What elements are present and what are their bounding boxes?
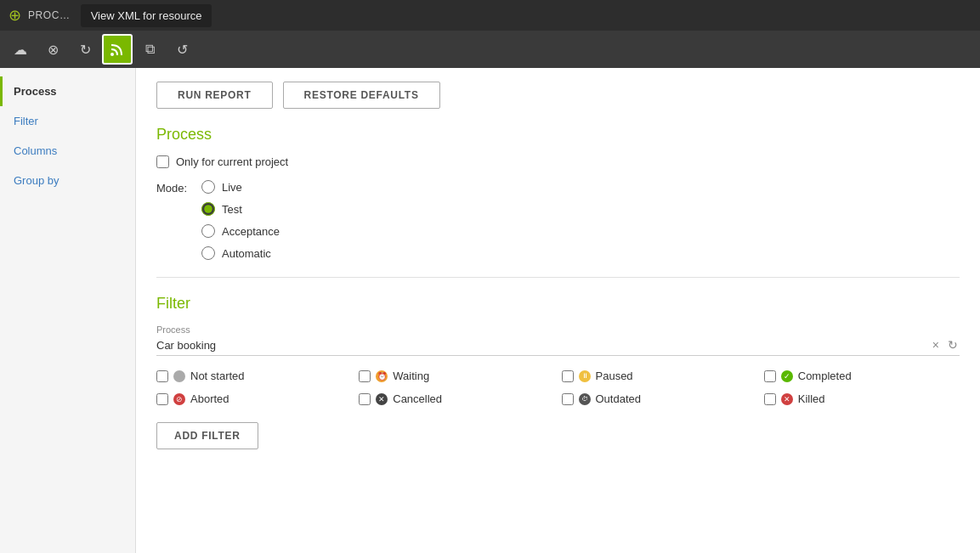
mode-options: Live Test Acceptance Automatic	[201, 180, 280, 260]
restore-defaults-button[interactable]: RESTORE DEFAULTS	[283, 82, 440, 109]
mode-label: Mode:	[156, 180, 195, 195]
sidebar-item-filter-label: Filter	[14, 115, 38, 127]
mode-row: Mode: Live Test Acceptance	[156, 180, 960, 260]
status-aborted-checkbox[interactable]	[156, 393, 168, 405]
only-current-project-row: Only for current project	[156, 155, 960, 168]
toolbar: RUN REPORT RESTORE DEFAULTS	[156, 82, 960, 109]
app-container: ⊕ PROC… View XML for resource ☁ ⊗ ↻ ⧉ ↺ …	[0, 0, 980, 553]
mode-acceptance[interactable]: Acceptance	[201, 224, 280, 238]
status-waiting-checkbox[interactable]	[359, 370, 371, 382]
refresh-filter-button[interactable]: ↻	[946, 338, 960, 352]
only-current-project-checkbox[interactable]	[156, 155, 169, 168]
status-killed[interactable]: ✕ Killed	[764, 392, 960, 405]
svg-point-0	[110, 53, 114, 56]
status-grid: Not started ⏰ Waiting ⏸ Paused ✓	[156, 370, 960, 405]
mode-acceptance-radio[interactable]	[201, 224, 215, 238]
mode-live-radio[interactable]	[201, 180, 215, 194]
mode-automatic-label: Automatic	[222, 247, 271, 260]
outdated-dot: ⏱	[579, 393, 591, 405]
process-filter-input[interactable]	[156, 339, 931, 352]
process-filter-input-row: × ↻	[156, 338, 960, 356]
sidebar-item-columns[interactable]: Columns	[0, 136, 135, 166]
mode-test-radio[interactable]	[201, 202, 215, 216]
status-not-started[interactable]: Not started	[156, 370, 352, 382]
status-waiting[interactable]: ⏰ Waiting	[359, 370, 554, 382]
proc-label: PROC…	[28, 9, 71, 21]
sidebar-item-process-label: Process	[14, 85, 57, 98]
status-not-started-checkbox[interactable]	[156, 370, 168, 382]
cloud-icon-btn[interactable]: ☁	[5, 34, 36, 65]
process-section-title: Process	[156, 126, 960, 144]
sidebar-item-process[interactable]: Process	[0, 76, 135, 106]
field-actions: × ↻	[931, 338, 960, 352]
status-paused-checkbox[interactable]	[562, 370, 574, 382]
killed-dot: ✕	[781, 393, 793, 405]
process-filter-field: Process × ↻	[156, 324, 960, 356]
status-outdated-label: Outdated	[596, 392, 642, 405]
not-started-dot	[173, 370, 185, 382]
rss-icon-btn[interactable]	[102, 34, 133, 65]
mode-test-label: Test	[222, 203, 242, 216]
status-completed[interactable]: ✓ Completed	[764, 370, 960, 382]
status-cancelled-checkbox[interactable]	[359, 393, 371, 405]
top-bar: ⊕ PROC… View XML for resource	[0, 0, 980, 31]
aborted-dot: ⊘	[173, 393, 185, 405]
status-outdated-checkbox[interactable]	[562, 393, 574, 405]
close-icon-btn[interactable]: ⊗	[37, 34, 68, 65]
mode-automatic[interactable]: Automatic	[201, 246, 280, 260]
sidebar-item-columns-label: Columns	[14, 144, 57, 157]
run-report-button[interactable]: RUN REPORT	[156, 82, 273, 109]
status-not-started-label: Not started	[190, 370, 245, 382]
filter-section: Filter Process × ↻	[156, 295, 960, 449]
main-layout: Process Filter Columns Group by RUN REPO…	[0, 68, 980, 553]
sidebar-item-filter[interactable]: Filter	[0, 106, 135, 136]
mode-test[interactable]: Test	[201, 202, 280, 216]
mode-live-label: Live	[222, 181, 242, 194]
status-aborted-label: Aborted	[190, 392, 229, 405]
status-completed-checkbox[interactable]	[764, 370, 776, 382]
only-current-project-label: Only for current project	[176, 155, 288, 168]
status-outdated[interactable]: ⏱ Outdated	[562, 392, 757, 405]
status-completed-label: Completed	[798, 370, 852, 382]
sidebar-item-groupby-label: Group by	[14, 174, 59, 187]
proc-icon: ⊕	[8, 6, 21, 25]
process-filter-label: Process	[156, 324, 960, 335]
mode-automatic-radio[interactable]	[201, 246, 215, 260]
process-section: Process Only for current project Mode: L…	[156, 126, 960, 260]
status-cancelled[interactable]: ✕ Cancelled	[359, 392, 554, 405]
filter-section-title: Filter	[156, 295, 960, 313]
status-paused[interactable]: ⏸ Paused	[562, 370, 757, 382]
paused-dot: ⏸	[579, 370, 591, 382]
mode-acceptance-label: Acceptance	[222, 225, 280, 238]
cancelled-dot: ✕	[376, 393, 388, 405]
content-area: RUN REPORT RESTORE DEFAULTS Process Only…	[136, 68, 980, 553]
refresh-icon-btn[interactable]: ↻	[70, 34, 100, 65]
status-cancelled-label: Cancelled	[393, 392, 442, 405]
status-aborted[interactable]: ⊘ Aborted	[156, 392, 352, 405]
status-waiting-label: Waiting	[393, 370, 429, 382]
status-killed-checkbox[interactable]	[764, 393, 776, 405]
icon-bar: ☁ ⊗ ↻ ⧉ ↺	[0, 31, 980, 68]
status-paused-label: Paused	[596, 370, 633, 382]
status-killed-label: Killed	[798, 392, 825, 405]
copy-icon-btn[interactable]: ⧉	[134, 34, 165, 65]
tooltip-text: View XML for resource	[91, 9, 202, 22]
add-filter-button[interactable]: ADD FILTER	[156, 422, 258, 449]
clear-filter-button[interactable]: ×	[931, 338, 941, 352]
sidebar: Process Filter Columns Group by	[0, 68, 136, 553]
completed-dot: ✓	[781, 370, 793, 382]
mode-live[interactable]: Live	[201, 180, 280, 194]
history-icon-btn[interactable]: ↺	[167, 34, 197, 65]
tooltip-box: View XML for resource	[81, 4, 212, 27]
section-divider	[156, 277, 960, 278]
sidebar-item-groupby[interactable]: Group by	[0, 166, 135, 195]
waiting-dot: ⏰	[376, 370, 388, 382]
